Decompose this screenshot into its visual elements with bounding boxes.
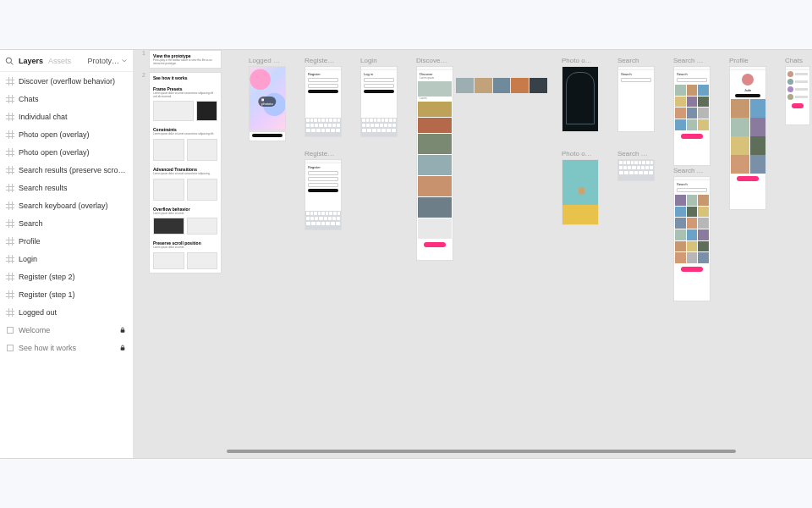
tab-assets[interactable]: Assets — [48, 57, 71, 65]
svg-rect-3 — [121, 347, 125, 350]
layer-row[interactable]: Photo open (overlay) — [0, 125, 133, 143]
layer-label: Search results — [19, 184, 126, 192]
frame-icon — [7, 238, 14, 245]
layer-row[interactable]: Individual chat — [0, 108, 133, 125]
layer-label: Login — [19, 255, 126, 263]
frame-logged-out[interactable]: Logged … ◼ phototo — [249, 57, 286, 141]
frame-photo-2[interactable]: Photo o… — [562, 150, 599, 225]
frame-icon — [7, 202, 14, 209]
frame-icon — [7, 220, 14, 227]
lock-icon — [119, 327, 126, 334]
doc-heading-2: See how it works — [150, 73, 221, 81]
layer-label: Profile — [19, 237, 126, 246]
layer-row[interactable]: Login — [0, 250, 133, 268]
frame-discover[interactable]: Discove… Discover Lorem ipsum Lorem — [416, 57, 453, 261]
layer-label: Register (step 2) — [19, 273, 126, 281]
profile-name: Jade — [730, 86, 765, 92]
frame-icon — [7, 256, 14, 262]
brand-pill: ◼ phototo — [258, 97, 276, 107]
layer-row[interactable]: Search keyboard (overlay) — [0, 196, 133, 214]
doc-step-1: 1 — [140, 50, 145, 56]
frame-icon — [7, 78, 14, 85]
frame-login[interactable]: Login Log in — [360, 57, 398, 137]
frame-search[interactable]: Search Search — [617, 57, 655, 132]
layers-list: Discover (overflow behavior)ChatsIndivid… — [0, 72, 133, 458]
frame-icon — [7, 113, 14, 120]
layer-label: Search results (preserve scroll po… — [19, 166, 126, 174]
page-icon — [7, 327, 14, 334]
frame-icon — [7, 309, 14, 316]
frame-search-keyboard[interactable]: Search … — [617, 150, 655, 181]
panel-tabs: Layers Assets Prototy… — [0, 50, 133, 72]
layer-label: Photo open (overlay) — [19, 130, 126, 139]
layer-row[interactable]: Welcome — [0, 321, 133, 339]
welcome-doc[interactable]: 1 View the prototype Press play in the t… — [140, 50, 225, 273]
layer-row[interactable]: Chats — [0, 90, 133, 108]
layer-label: Photo open (overlay) — [19, 148, 126, 157]
frame-profile[interactable]: Profile Jade — [729, 57, 766, 210]
frame-icon — [7, 273, 14, 280]
layers-panel: Layers Assets Prototy… Discover (overflo… — [0, 50, 134, 458]
layer-label: Individual chat — [19, 113, 126, 121]
layer-label: See how it works — [19, 344, 114, 352]
page-icon — [7, 345, 14, 351]
tab-layers[interactable]: Layers — [19, 57, 43, 65]
layer-label: Search — [19, 219, 126, 228]
layer-row[interactable]: Register (step 1) — [0, 285, 133, 303]
svg-line-1 — [11, 62, 14, 64]
layer-row[interactable]: Discover (overflow behavior) — [0, 72, 133, 90]
search-icon[interactable] — [5, 57, 14, 65]
layer-row[interactable]: Search results (preserve scroll po… — [0, 161, 133, 179]
doc-body-1: Press play in the toolbar above to view … — [150, 59, 221, 68]
tab-prototype[interactable]: Prototy… — [87, 57, 128, 65]
layer-row[interactable]: Photo open (overlay) — [0, 143, 133, 161]
frame-search-results-2[interactable]: Search … Search — [673, 167, 710, 301]
frame-icon — [7, 167, 14, 174]
frame-chats[interactable]: Chats — [785, 57, 810, 125]
layer-row[interactable]: Search — [0, 214, 133, 232]
frame-icon — [7, 131, 14, 138]
layer-label: Welcome — [19, 326, 114, 334]
app-window: Layers Assets Prototy… Discover (overflo… — [0, 49, 812, 459]
layer-row[interactable]: Profile — [0, 232, 133, 250]
horizontal-scrollbar[interactable] — [227, 450, 736, 453]
frame-discover-strip[interactable] — [455, 77, 548, 94]
frame-icon — [7, 185, 14, 191]
layer-row[interactable]: Search results — [0, 179, 133, 196]
layer-row[interactable]: Logged out — [0, 303, 133, 321]
layer-label: Logged out — [19, 308, 126, 317]
frame-register-1[interactable]: Registe… Register — [304, 57, 342, 137]
frame-icon — [7, 96, 14, 102]
layer-label: Search keyboard (overlay) — [19, 202, 126, 210]
frame-search-results-1[interactable]: Search … Search — [673, 57, 710, 166]
frame-icon — [7, 291, 14, 298]
lock-icon — [119, 345, 126, 351]
frame-icon — [7, 149, 14, 156]
svg-rect-2 — [121, 329, 125, 332]
doc-step-2: 2 — [140, 72, 145, 78]
layer-label: Chats — [19, 95, 126, 103]
canvas[interactable]: 1 View the prototype Press play in the t… — [134, 50, 812, 458]
frame-photo-1[interactable]: Photo o… — [562, 57, 599, 132]
layer-row[interactable]: See how it works — [0, 339, 133, 356]
layer-label: Register (step 1) — [19, 290, 126, 299]
layer-label: Discover (overflow behavior) — [19, 77, 126, 86]
chevron-down-icon — [121, 58, 128, 64]
frame-register-2[interactable]: Registe… Register — [304, 150, 342, 230]
svg-point-0 — [6, 58, 11, 63]
layer-row[interactable]: Register (step 2) — [0, 268, 133, 285]
